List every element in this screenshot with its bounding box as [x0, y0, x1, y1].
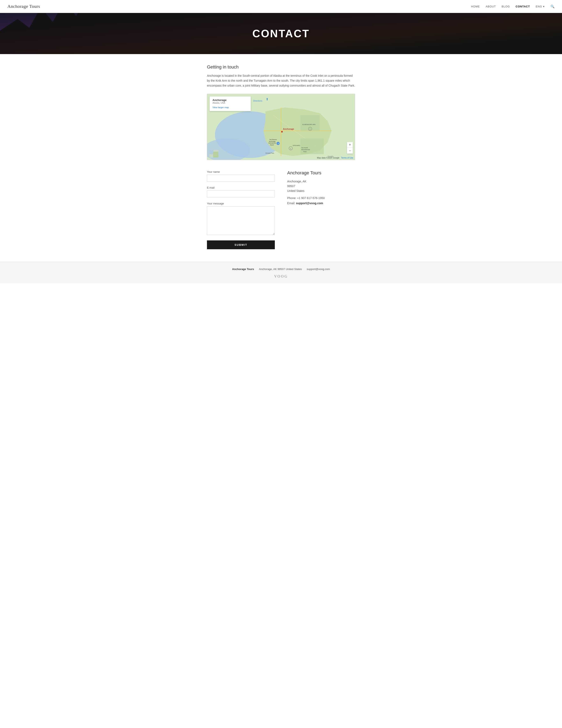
nav-about[interactable]: ABOUT	[486, 5, 496, 8]
message-label: Your message	[207, 202, 275, 205]
email-address-link[interactable]: support@voog.com	[296, 202, 323, 205]
page-title: CONTACT	[252, 27, 310, 40]
svg-text:International: International	[268, 143, 276, 144]
intro-paragraph: Anchorage is located in the South-centra…	[207, 73, 355, 88]
svg-text:ELMENDORF AFB: ELMENDORF AFB	[302, 124, 316, 125]
svg-text:Park: Park	[303, 151, 307, 153]
svg-rect-28	[209, 150, 214, 154]
nav-links: HOME ABOUT BLOG CONTACT ENG ▾ 🔍	[471, 5, 555, 8]
hero-section: CONTACT	[0, 13, 562, 54]
map-visual[interactable]: ELMENDORF AFB Far North Bicentennial Par…	[207, 94, 355, 160]
email-static-label: Email:	[287, 202, 296, 205]
svg-point-13	[281, 131, 283, 133]
address-line3: United States	[287, 189, 355, 193]
section-heading: Getting in touch	[207, 64, 355, 70]
svg-text:Ted Stevens: Ted Stevens	[269, 139, 277, 140]
email-input[interactable]	[207, 190, 275, 197]
map-place-region: Alaska, USA	[212, 102, 248, 104]
nav-blog[interactable]: BLOG	[502, 5, 510, 8]
footer-brand-link[interactable]: Anchorage Tours	[232, 268, 254, 271]
directions-icon[interactable]: ⬆	[266, 97, 268, 101]
view-larger-map-link[interactable]: View larger map	[212, 106, 229, 109]
zoom-out-button[interactable]: −	[347, 148, 353, 154]
map-place-name: Anchorage	[212, 99, 248, 102]
address-line1: Anchorage, AK	[287, 179, 355, 184]
main-content: Getting in touch Anchorage is located in…	[203, 54, 359, 262]
svg-text:✈: ✈	[278, 143, 279, 145]
language-selector[interactable]: ENG ▾	[536, 5, 545, 8]
svg-text:Anchorage: Anchorage	[269, 141, 275, 142]
name-label: Your name	[207, 170, 275, 173]
name-input[interactable]	[207, 175, 275, 182]
footer-links: Anchorage Tours Anchorage, AK 99507 Unit…	[4, 268, 558, 271]
svg-text:1: 1	[290, 148, 291, 150]
svg-text:1: 1	[310, 128, 310, 130]
footer-email-link[interactable]: support@voog.com	[307, 268, 330, 271]
nav-home[interactable]: HOME	[471, 5, 480, 8]
directions-label[interactable]: Directions	[253, 100, 262, 102]
map-credit: Map data ©2020 Google Terms of Use	[317, 157, 353, 159]
footer-powered-by: VOOG	[4, 274, 558, 279]
two-column-section: Your name E-mail Your message SUBMIT Anc…	[207, 170, 355, 249]
brand-link[interactable]: Anchorage Tours	[7, 4, 40, 9]
map-container[interactable]: ELMENDORF AFB Far North Bicentennial Par…	[207, 94, 355, 160]
footer-address: Anchorage, AK 99507 United States	[259, 268, 302, 271]
footer: Anchorage Tours Anchorage, AK 99507 Unit…	[0, 262, 562, 283]
message-field-group: Your message	[207, 202, 275, 240]
svg-text:Airport: Airport	[270, 144, 274, 146]
search-icon[interactable]: 🔍	[550, 5, 555, 8]
email-label: E-mail	[207, 186, 275, 189]
nav-contact[interactable]: CONTACT	[516, 5, 530, 8]
email-line: Email: support@voog.com	[287, 201, 355, 205]
name-field-group: Your name	[207, 170, 275, 185]
map-zoom-controls: + −	[347, 142, 353, 154]
svg-rect-29	[213, 152, 218, 158]
svg-text:Anchorage: Anchorage	[283, 128, 294, 130]
terms-of-use-link[interactable]: Terms of Use	[341, 157, 353, 159]
map-info-card: Anchorage Alaska, USA View larger map ⬆ …	[210, 96, 251, 111]
svg-text:Far North: Far North	[301, 147, 308, 149]
phone-number: Phone: +1 907 617-576-1950	[287, 196, 355, 200]
zoom-in-button[interactable]: +	[347, 142, 353, 148]
message-textarea[interactable]	[207, 206, 275, 235]
contact-info-title: Anchorage Tours	[287, 170, 355, 176]
svg-text:Bicentennial: Bicentennial	[301, 149, 310, 151]
navbar: Anchorage Tours HOME ABOUT BLOG CONTACT …	[0, 0, 562, 13]
address-line2: 99507	[287, 184, 355, 188]
map-thumbnail	[209, 150, 218, 157]
svg-text:Kincaid Park: Kincaid Park	[265, 152, 274, 154]
contact-info-section: Anchorage Tours Anchorage, AK 99507 Unit…	[287, 170, 355, 206]
submit-button[interactable]: SUBMIT	[207, 240, 275, 249]
contact-form: Your name E-mail Your message SUBMIT	[207, 170, 275, 249]
email-field-group: E-mail	[207, 186, 275, 201]
svg-text:SPENARD: SPENARD	[293, 145, 300, 146]
